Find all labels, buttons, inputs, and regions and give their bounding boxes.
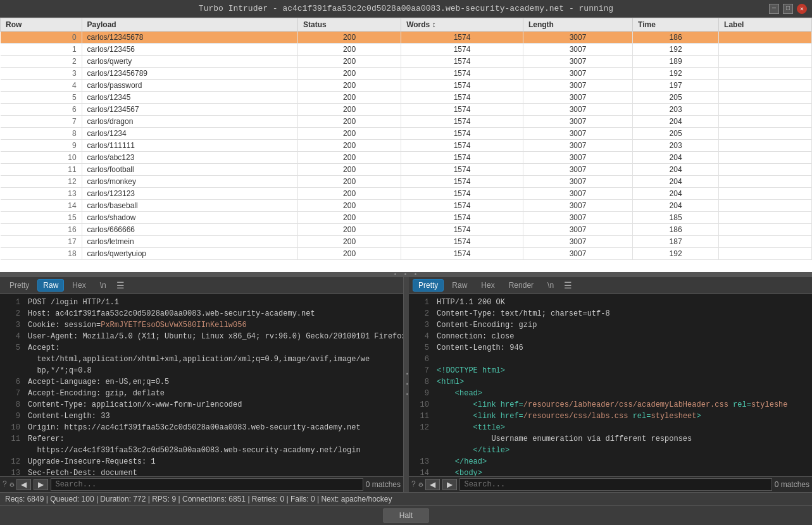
request-toolbar: Pretty Raw Hex \n ☰ xyxy=(0,277,403,294)
line-content: <link href=/resources/css/labs.css rel=s… xyxy=(437,411,807,422)
line-number xyxy=(414,433,429,445)
tab-newline-request[interactable]: \n xyxy=(94,279,112,292)
results-table-container[interactable]: Row Payload Status Words ↕ Length Time L… xyxy=(0,18,812,272)
col-time[interactable]: Time xyxy=(633,18,719,32)
col-row[interactable]: Row xyxy=(1,18,82,32)
cell-label xyxy=(719,176,812,188)
tab-hex-request[interactable]: Hex xyxy=(66,279,91,292)
search-input-left[interactable] xyxy=(51,478,363,491)
cell-words: 1574 xyxy=(401,32,523,44)
cell-length: 3007 xyxy=(523,152,632,164)
table-row[interactable]: 4carlos/password20015743007197 xyxy=(1,80,812,92)
tab-hex-response[interactable]: Hex xyxy=(475,279,500,292)
col-payload[interactable]: Payload xyxy=(82,18,297,32)
table-row[interactable]: 9carlos/11111120015743007203 xyxy=(1,140,812,152)
menu-icon-request[interactable]: ☰ xyxy=(115,280,127,291)
halt-button[interactable]: Halt xyxy=(384,509,428,522)
table-row[interactable]: 8carlos/123420015743007205 xyxy=(1,128,812,140)
cell-time: 204 xyxy=(633,176,719,188)
code-line: 10Origin: https://ac4c1f391faa53c2c0d502… xyxy=(5,422,398,433)
cell-words: 1574 xyxy=(401,104,523,116)
line-content: Content-Type: application/x-www-form-url… xyxy=(28,399,398,411)
cell-time: 203 xyxy=(633,104,719,116)
cell-payload: carlos/password xyxy=(82,80,297,92)
table-row[interactable]: 12carlos/monkey20015743007204 xyxy=(1,176,812,188)
table-row[interactable]: 3carlos/12345678920015743007192 xyxy=(1,68,812,80)
table-row[interactable]: 17carlos/letmein20015743007187 xyxy=(1,236,812,248)
table-row[interactable]: 13carlos/12312320015743007204 xyxy=(1,188,812,200)
cell-row: 16 xyxy=(1,224,82,236)
line-number: 3 xyxy=(5,319,20,331)
line-number: 7 xyxy=(414,365,429,376)
horizontal-drag-handle[interactable]: • • • xyxy=(0,272,812,277)
cell-words: 1574 xyxy=(401,140,523,152)
tab-raw-request[interactable]: Raw xyxy=(37,279,64,292)
close-button[interactable]: ✕ xyxy=(797,4,807,14)
code-line: https://ac4c1f391faa53c2c0d5028a00aa0083… xyxy=(5,445,398,456)
cell-length: 3007 xyxy=(523,176,632,188)
col-length[interactable]: Length xyxy=(523,18,632,32)
table-row[interactable]: 18carlos/qwertyuiop20015743007192 xyxy=(1,248,812,260)
line-number: 8 xyxy=(5,399,20,411)
cell-payload: carlos/123456 xyxy=(82,44,297,56)
help-icon-left[interactable]: ? xyxy=(3,480,7,489)
settings-icon-left[interactable]: ⚙ xyxy=(9,480,14,490)
tab-pretty-request[interactable]: Pretty xyxy=(4,279,35,292)
line-number: 5 xyxy=(5,342,20,354)
table-row[interactable]: 7carlos/dragon20015743007204 xyxy=(1,116,812,128)
cell-label xyxy=(719,80,812,92)
nav-next-right[interactable]: ▶ xyxy=(442,479,457,490)
cell-label xyxy=(719,152,812,164)
tab-pretty-response[interactable]: Pretty xyxy=(413,279,444,292)
table-row[interactable]: 10carlos/abc12320015743007204 xyxy=(1,152,812,164)
cell-words: 1574 xyxy=(401,200,523,212)
search-input-right[interactable] xyxy=(459,478,771,491)
tab-render-response[interactable]: Render xyxy=(503,279,539,292)
col-label[interactable]: Label xyxy=(719,18,812,32)
help-icon-right[interactable]: ? xyxy=(411,480,416,489)
cell-length: 3007 xyxy=(523,212,632,224)
tab-raw-response[interactable]: Raw xyxy=(446,279,473,292)
code-line: 4Connection: close xyxy=(414,331,807,342)
vertical-drag-handle[interactable]: • • • xyxy=(404,277,409,492)
response-search-bar: ? ⚙ ◀ ▶ 0 matches xyxy=(409,476,812,492)
cell-time: 197 xyxy=(633,80,719,92)
nav-next-left[interactable]: ▶ xyxy=(34,479,48,490)
col-status[interactable]: Status xyxy=(298,18,401,32)
line-content: bp,*/*;q=0.8 xyxy=(28,365,398,376)
title-bar: Turbo Intruder - ac4c1f391faa53c2c0d5028… xyxy=(0,0,812,18)
nav-prev-right[interactable]: ◀ xyxy=(425,479,440,490)
line-number: 11 xyxy=(5,433,20,445)
cell-label xyxy=(719,56,812,68)
cell-status: 200 xyxy=(298,212,401,224)
table-row[interactable]: 6carlos/123456720015743007203 xyxy=(1,104,812,116)
table-row[interactable]: 1carlos/12345620015743007192 xyxy=(1,44,812,56)
col-words[interactable]: Words ↕ xyxy=(401,18,523,32)
cell-time: 192 xyxy=(633,248,719,260)
cell-time: 192 xyxy=(633,44,719,56)
cell-payload: carlos/qwertyuiop xyxy=(82,248,297,260)
table-row[interactable]: 16carlos/66666620015743007186 xyxy=(1,224,812,236)
cell-status: 200 xyxy=(298,128,401,140)
table-row[interactable]: 0carlos/1234567820015743007186 xyxy=(1,32,812,44)
cell-length: 3007 xyxy=(523,104,632,116)
maximize-button[interactable]: □ xyxy=(783,4,793,14)
cell-status: 200 xyxy=(298,80,401,92)
cell-row: 1 xyxy=(1,44,82,56)
minimize-button[interactable]: ─ xyxy=(769,4,779,14)
menu-icon-response[interactable]: ☰ xyxy=(562,280,574,291)
table-row[interactable]: 14carlos/baseball20015743007204 xyxy=(1,200,812,212)
cell-words: 1574 xyxy=(401,236,523,248)
code-line: bp,*/*;q=0.8 xyxy=(5,365,398,376)
tab-newline-response[interactable]: \n xyxy=(542,279,559,292)
response-content[interactable]: 1HTTP/1.1 200 OK2Content-Type: text/html… xyxy=(409,294,812,476)
nav-prev-left[interactable]: ◀ xyxy=(16,479,31,490)
settings-icon-right[interactable]: ⚙ xyxy=(418,480,423,490)
table-row[interactable]: 11carlos/football20015743007204 xyxy=(1,164,812,176)
table-row[interactable]: 5carlos/1234520015743007205 xyxy=(1,92,812,104)
cell-time: 204 xyxy=(633,116,719,128)
table-row[interactable]: 2carlos/qwerty20015743007189 xyxy=(1,56,812,68)
request-content[interactable]: 1POST /login HTTP/1.12Host: ac4c1f391faa… xyxy=(0,294,403,476)
table-row[interactable]: 15carlos/shadow20015743007185 xyxy=(1,212,812,224)
line-content: Content-Length: 33 xyxy=(28,411,398,422)
